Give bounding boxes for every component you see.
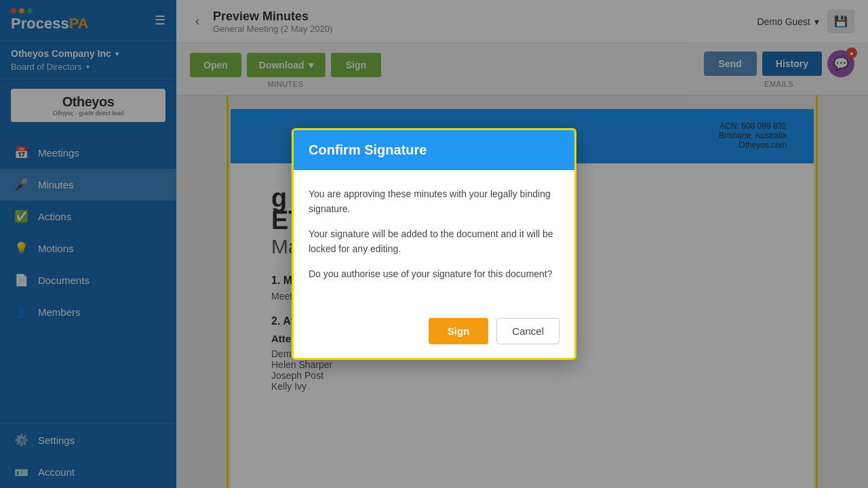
modal-text-1: You are approving these minutes with you… xyxy=(309,186,559,217)
modal-text-3: Do you authorise use of your signature f… xyxy=(309,266,559,281)
modal-cancel-button[interactable]: Cancel xyxy=(496,318,559,344)
modal-body: You are approving these minutes with you… xyxy=(294,170,574,307)
modal-overlay: Confirm Signature You are approving thes… xyxy=(0,0,868,488)
modal-text-2: Your signature will be added to the docu… xyxy=(309,226,559,257)
modal-header: Confirm Signature xyxy=(294,130,574,170)
confirm-signature-modal: Confirm Signature You are approving thes… xyxy=(292,128,576,360)
modal-sign-button[interactable]: Sign xyxy=(429,318,489,344)
modal-title: Confirm Signature xyxy=(309,142,559,158)
modal-footer: Sign Cancel xyxy=(294,307,574,358)
